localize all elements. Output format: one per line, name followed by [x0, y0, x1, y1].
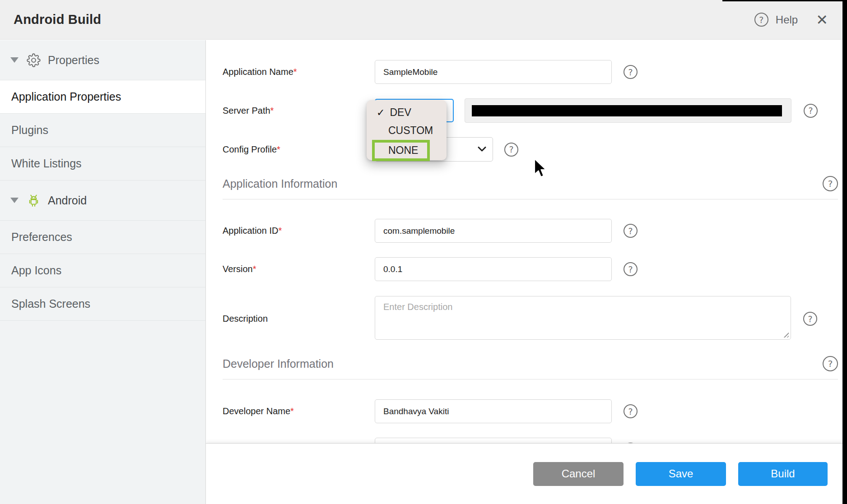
chevron-expanded-icon: [10, 198, 19, 203]
mouse-cursor: [533, 158, 548, 180]
sidebar-item-label: Preferences: [11, 231, 72, 244]
save-button[interactable]: Save: [636, 462, 726, 486]
required-asterisk: *: [270, 106, 274, 116]
help-button[interactable]: ? Help: [754, 13, 798, 27]
application-properties-form: Application Name* ? Server Path* ?: [206, 40, 847, 443]
chevron-down-icon: [478, 145, 486, 153]
help-question-icon[interactable]: ?: [754, 13, 768, 27]
application-name-label: Application Name*: [223, 67, 375, 77]
sidebar-item-label: White Listings: [11, 157, 82, 170]
menu-option-dev[interactable]: ✓ DEV: [367, 103, 447, 121]
screen-edge-artifact: [842, 0, 847, 504]
sidebar-group-android[interactable]: Android: [0, 180, 205, 221]
required-asterisk: *: [278, 226, 282, 236]
section-application-information: Application Information ?: [223, 176, 838, 199]
menu-option-label: NONE: [388, 144, 418, 157]
description-textarea[interactable]: [375, 296, 791, 340]
sidebar-group-properties-label: Properties: [48, 54, 99, 67]
config-profile-help-icon[interactable]: ?: [504, 143, 518, 157]
gear-icon: [27, 53, 41, 67]
version-label: Version*: [223, 264, 375, 274]
menu-option-label: CUSTOM: [388, 125, 433, 137]
menu-option-custom[interactable]: CUSTOM: [367, 121, 447, 139]
section-developer-information: Developer Information ?: [223, 356, 838, 379]
cancel-button[interactable]: Cancel: [533, 462, 624, 486]
application-name-input[interactable]: [375, 60, 612, 84]
application-id-input[interactable]: [375, 219, 612, 243]
description-label: Description: [223, 314, 375, 324]
main-content: Application Name* ? Server Path* ?: [206, 40, 847, 504]
sidebar-item-label: Plugins: [11, 124, 48, 137]
sidebar-item-splash-screens[interactable]: Splash Screens: [0, 287, 205, 321]
application-information-help-icon[interactable]: ?: [823, 176, 838, 191]
checkmark-icon: ✓: [377, 107, 385, 118]
dialog-footer: Cancel Save Build: [206, 443, 847, 504]
developer-information-help-icon[interactable]: ?: [823, 356, 838, 371]
sidebar-group-properties[interactable]: Properties: [0, 40, 205, 80]
sidebar: Properties Application Properties Plugin…: [0, 40, 206, 504]
required-asterisk: *: [277, 144, 280, 154]
sidebar-group-android-label: Android: [48, 194, 87, 207]
developer-name-help-icon[interactable]: ?: [624, 404, 638, 418]
dialog-title: Android Build: [14, 12, 101, 27]
server-path-value-field[interactable]: [465, 98, 791, 123]
help-label[interactable]: Help: [776, 14, 798, 26]
server-path-label: Server Path*: [223, 106, 375, 116]
server-path-dropdown-menu: ✓ DEV CUSTOM NONE: [367, 100, 447, 160]
sidebar-item-app-icons[interactable]: App Icons: [0, 254, 205, 287]
chevron-expanded-icon: [10, 57, 19, 63]
sidebar-item-plugins[interactable]: Plugins: [0, 114, 205, 147]
application-name-help-icon[interactable]: ?: [624, 65, 638, 79]
sidebar-item-white-listings[interactable]: White Listings: [0, 147, 205, 180]
description-help-icon[interactable]: ?: [803, 312, 817, 326]
required-asterisk: *: [293, 67, 297, 77]
server-path-help-icon[interactable]: ?: [804, 104, 818, 118]
developer-name-label: Developer Name*: [223, 406, 375, 416]
sidebar-item-preferences[interactable]: Preferences: [0, 221, 205, 254]
developer-url-input[interactable]: [375, 438, 612, 443]
menu-option-none-highlighted[interactable]: NONE: [372, 140, 430, 161]
build-button[interactable]: Build: [738, 462, 828, 486]
section-title: Developer Information: [223, 357, 334, 370]
redaction-bar: [472, 105, 782, 116]
required-asterisk: *: [253, 264, 256, 274]
sidebar-item-label: Application Properties: [11, 90, 121, 103]
developer-name-input[interactable]: [375, 399, 612, 423]
menu-option-label: DEV: [390, 106, 411, 119]
required-asterisk: *: [290, 406, 294, 416]
dialog-header: Android Build ? Help ✕: [0, 0, 847, 40]
close-icon[interactable]: ✕: [816, 13, 828, 27]
section-title: Application Information: [223, 177, 337, 190]
application-id-label: Application ID*: [223, 226, 375, 236]
sidebar-item-label: App Icons: [11, 264, 61, 277]
screen-edge-artifact: [722, 0, 847, 1]
config-profile-label: Config Profile*: [223, 144, 375, 155]
sidebar-item-label: Splash Screens: [11, 297, 90, 310]
version-input[interactable]: [375, 257, 612, 281]
sidebar-item-application-properties[interactable]: Application Properties: [0, 80, 205, 114]
application-id-help-icon[interactable]: ?: [624, 224, 638, 238]
version-help-icon[interactable]: ?: [624, 262, 638, 276]
android-robot-icon: [27, 194, 41, 208]
